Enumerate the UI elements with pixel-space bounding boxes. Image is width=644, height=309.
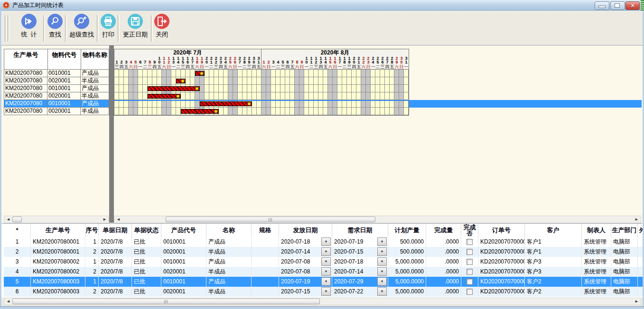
completed-checkbox[interactable]: [467, 289, 473, 295]
gantt-bar[interactable]: [200, 101, 252, 106]
minimize-button[interactable]: [595, 1, 609, 10]
scrollbar-thumb[interactable]: [166, 217, 375, 222]
column-header: 制表人: [582, 224, 611, 237]
gantt-bar[interactable]: [148, 94, 181, 99]
date-dropdown-button[interactable]: ▼: [321, 237, 331, 246]
gantt-cell: [276, 108, 280, 115]
gantt-left-row[interactable]: KM2020070800010001产成品: [4, 100, 109, 108]
gantt-cell: [385, 77, 390, 85]
gantt-cell: [333, 77, 337, 85]
gantt-hscrollbar[interactable]: ◀ ▶: [114, 216, 641, 223]
find-button[interactable]: 查找: [46, 13, 65, 39]
demand-date-cell: 2020-07-22▼: [332, 287, 388, 297]
gantt-cell: [309, 77, 314, 85]
left-panel-hscrollbar[interactable]: ◀ ▶: [4, 216, 109, 223]
date-dropdown-button[interactable]: ▼: [377, 277, 387, 286]
date-dropdown-button[interactable]: ▼: [321, 247, 331, 256]
date-dropdown-button[interactable]: ▼: [377, 257, 387, 266]
date-dropdown-button[interactable]: ▼: [377, 237, 387, 246]
super-find-button[interactable]: 超级查找: [67, 13, 96, 39]
doc-status-cell: 已批: [132, 237, 161, 247]
gantt-cell: [328, 100, 333, 108]
completed-checkbox[interactable]: [467, 249, 473, 255]
date-dropdown-button[interactable]: ▼: [377, 267, 387, 276]
gantt-cell: [124, 70, 129, 77]
close-form-button[interactable]: 关闭: [152, 13, 171, 39]
day-weekday: 六: [328, 64, 333, 69]
gantt-cell: [233, 77, 238, 85]
floppy-disk-icon: [127, 13, 143, 29]
release-date-cell: 2020-07-08▼: [279, 257, 332, 267]
gantt-cell: [375, 92, 380, 100]
gantt-row[interactable]: [114, 92, 409, 100]
day-unit-digit: 9: [348, 60, 350, 64]
table-row[interactable]: 5KM20200708000312020/7/8已批0010001产成品2020…: [4, 277, 644, 287]
date-dropdown-button[interactable]: ▼: [321, 287, 331, 296]
table-row[interactable]: 2KM20200708000122020/7/8已批0020001半成品2020…: [4, 247, 644, 257]
gantt-row[interactable]: [114, 70, 409, 77]
day-weekday: 二: [176, 64, 180, 69]
gantt-cell: [167, 77, 171, 85]
gantt-bar[interactable]: [181, 109, 219, 114]
gantt-left-row[interactable]: KM2020070800020001半成品: [4, 77, 109, 85]
gantt-cell: [266, 70, 271, 77]
gantt-left-row[interactable]: KM2020070800010001产成品: [4, 85, 109, 92]
product-code-cell: 0020001: [161, 247, 206, 257]
completed-checkbox[interactable]: [467, 269, 473, 275]
product-name-cell: 产成品: [206, 277, 252, 287]
calendar-day: 6一: [138, 56, 143, 69]
calendar-day: 19日: [199, 56, 204, 69]
completed-checkbox[interactable]: [467, 279, 473, 285]
scrollbar-thumb[interactable]: [12, 299, 320, 304]
date-dropdown-button[interactable]: ▼: [377, 247, 387, 256]
gantt-cell: [390, 108, 394, 115]
correct-date-button[interactable]: 更正日期: [120, 13, 150, 39]
stats-button[interactable]: 统 计: [11, 13, 47, 39]
date-dropdown-button[interactable]: ▼: [321, 257, 331, 266]
date-dropdown-button[interactable]: ▼: [377, 287, 387, 296]
table-row[interactable]: 3KM20200708000212020/7/8已批0010001产成品2020…: [4, 257, 644, 267]
scroll-right-arrow-icon[interactable]: ▶: [633, 216, 640, 223]
gantt-left-row[interactable]: KM2020070800020001半成品: [4, 108, 109, 115]
gantt-row[interactable]: [114, 77, 409, 85]
gantt-bar[interactable]: [195, 71, 205, 76]
gantt-cell: [176, 108, 181, 115]
gantt-cell: [228, 70, 233, 77]
completed-checkbox[interactable]: [467, 259, 473, 265]
gantt-row[interactable]: [114, 108, 409, 115]
table-row[interactable]: 4KM20200708000222020/7/8已批0020001半成品2020…: [4, 267, 644, 277]
scroll-left-arrow-icon[interactable]: ◀: [5, 298, 12, 305]
titlebar[interactable]: 产品加工时间统计表 ×: [0, 0, 644, 11]
day-weekday: 二: [243, 64, 247, 69]
print-button[interactable]: 打印: [99, 13, 118, 39]
scroll-left-arrow-icon[interactable]: ◀: [115, 216, 122, 223]
doc-status-cell: 已批: [132, 267, 161, 277]
gantt-cell: [380, 77, 385, 85]
bottom-hscrollbar[interactable]: ◀ ▶: [4, 298, 641, 305]
maximize-button[interactable]: [610, 1, 625, 10]
gantt-cell: [295, 70, 299, 77]
scroll-right-arrow-icon[interactable]: ▶: [101, 216, 108, 223]
date-dropdown-button[interactable]: ▼: [321, 277, 331, 286]
close-window-button[interactable]: ×: [625, 1, 640, 10]
scroll-right-arrow-icon[interactable]: ▶: [633, 298, 640, 305]
table-row[interactable]: 6KM20200708000322020/7/8已批0020001半成品2020…: [4, 287, 644, 297]
gantt-cell: [233, 85, 238, 92]
completed-checkbox[interactable]: [467, 239, 473, 245]
table-row[interactable]: 1KM20200708000112020/7/8已批0010001产成品2020…: [4, 237, 644, 247]
gantt-left-row[interactable]: KM2020070800010001产成品: [4, 70, 109, 77]
panel-splitter[interactable]: [109, 45, 114, 223]
scrollbar-thumb[interactable]: [12, 217, 22, 222]
gantt-cell: [390, 85, 394, 92]
gantt-cell: [205, 70, 209, 77]
gantt-row[interactable]: [114, 85, 409, 92]
gantt-bar[interactable]: [176, 79, 186, 83]
date-dropdown-button[interactable]: ▼: [321, 267, 331, 276]
gantt-left-row[interactable]: KM2020070800020001半成品: [4, 92, 109, 100]
gantt-bar[interactable]: [148, 86, 200, 91]
gantt-cell: [342, 70, 347, 77]
gantt-cell: [119, 100, 124, 108]
gantt-row[interactable]: [114, 100, 409, 108]
gantt-cell: [167, 108, 171, 115]
scroll-left-arrow-icon[interactable]: ◀: [5, 216, 12, 223]
